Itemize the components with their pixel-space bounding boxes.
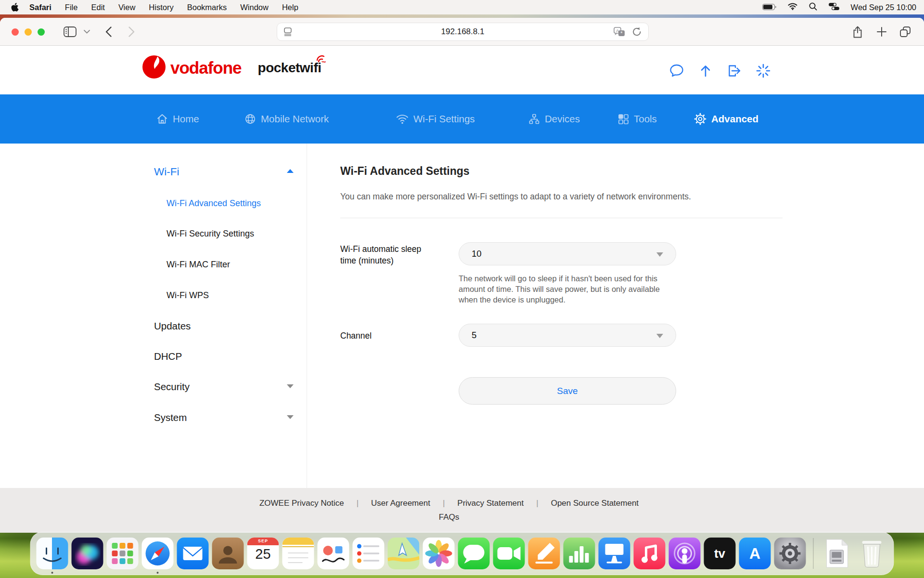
sleep-time-select[interactable]: 10 [459,242,676,265]
menubar-item-file[interactable]: File [58,3,85,12]
site-footer: ZOWEE Privacy Notice | User Agreement | … [0,488,924,533]
footer-link-privacy-notice[interactable]: ZOWEE Privacy Notice [256,499,348,508]
chevron-down-icon [656,252,663,257]
dock-podcasts-icon[interactable] [669,538,701,569]
site-header: vodafone pocketwifi™ [0,46,924,94]
control-center-icon[interactable] [829,3,839,12]
wifi-status-icon[interactable] [788,3,797,12]
tab-overview-icon[interactable] [898,18,912,46]
footer-link-privacy-statement[interactable]: Privacy Statement [453,499,527,508]
close-window-button[interactable] [12,28,19,36]
spotlight-search-icon[interactable] [809,2,817,13]
dock-reminders-icon[interactable] [353,538,385,569]
expand-arrow-icon[interactable] [287,384,294,388]
save-button[interactable]: Save [459,377,676,405]
collapse-arrow-icon[interactable] [287,169,294,173]
address-bar[interactable]: 192.168.8.1 A* [277,23,649,41]
nav-item-advanced[interactable]: Advanced [694,94,758,144]
nav-item-tools[interactable]: Tools [617,94,657,144]
dock-photos-icon[interactable] [423,538,455,569]
menubar-clock[interactable]: Wed Sep 25 10:00 [851,3,916,12]
dock-calendar-icon[interactable]: SEP 25 [247,538,279,569]
loading-spinner-icon[interactable] [756,63,771,79]
zoom-window-button[interactable] [38,28,45,36]
dock-launchpad-icon[interactable] [107,538,139,569]
battery-icon[interactable] [762,3,776,12]
dock-notes-icon[interactable] [282,538,314,569]
apple-menu-icon[interactable] [11,2,19,12]
nav-item-home[interactable]: Home [156,94,199,144]
safari-window: 192.168.8.1 A* vodafone pocketwifi™ [0,18,924,533]
dock-appstore-icon[interactable]: A [739,538,771,569]
sidebar-group-updates[interactable]: Updates [154,320,191,332]
footer-separator: | [434,499,453,508]
upload-arrow-icon[interactable] [698,63,713,79]
sidebar-item-wifi-advanced-settings[interactable]: Wi-Fi Advanced Settings [167,198,261,209]
back-button[interactable] [102,18,115,46]
sidebar-group-dhcp[interactable]: DHCP [154,351,182,362]
new-tab-icon[interactable] [875,18,888,46]
dock-tv-icon[interactable]: tv [704,538,736,569]
dock-siri-icon[interactable] [72,538,103,569]
vodafone-wordmark: vodafone [170,58,242,78]
menubar-item-window[interactable]: Window [233,3,275,12]
dock-messages-icon[interactable] [458,538,490,569]
menubar-item-history[interactable]: History [142,3,180,12]
browser-toolbar: 192.168.8.1 A* [0,18,924,46]
footer-separator: | [348,499,367,508]
nav-item-label: Home [173,113,199,125]
sidebar-group-system[interactable]: System [154,412,187,423]
menubar-item-safari[interactable]: Safari [23,3,58,12]
nav-item-wifi-settings[interactable]: Wi-Fi Settings [396,94,475,144]
dock-maps-icon[interactable] [388,538,420,569]
logout-icon[interactable] [727,63,742,79]
nav-item-mobile-network[interactable]: Mobile Network [244,94,329,144]
menubar-item-view[interactable]: View [112,3,142,12]
menubar-item-edit[interactable]: Edit [84,3,111,12]
dock-settings-icon[interactable] [774,538,806,569]
url-text[interactable]: 192.168.8.1 [277,27,648,37]
sleep-time-value: 10 [472,249,482,259]
macos-dock: SEP 25 tv A [30,532,894,575]
dock-facetime-icon[interactable] [493,538,525,569]
sidebar-group-wifi[interactable]: Wi-Fi [154,166,179,178]
dock-keynote-icon[interactable] [599,538,630,569]
dock-mail-icon[interactable] [177,538,209,569]
dock-pages-icon[interactable] [528,538,560,569]
channel-select[interactable]: 5 [459,324,676,347]
translate-icon[interactable]: A* [614,27,625,37]
sidebar-item-wifi-wps[interactable]: Wi-Fi WPS [167,290,209,301]
footer-link-user-agreement[interactable]: User Agreement [367,499,434,508]
nav-item-label: Tools [634,113,657,125]
dock-numbers-icon[interactable] [564,538,595,569]
svg-text:*: * [620,30,623,36]
footer-link-open-source[interactable]: Open Source Statement [547,499,642,508]
dock-safari-icon[interactable] [142,538,174,569]
nav-item-devices[interactable]: Devices [528,94,580,144]
message-bubble-icon[interactable] [669,63,684,79]
page-title: Wi-Fi Advanced Settings [340,165,470,178]
dock-trash-icon[interactable] [856,538,888,569]
sidebar-toggle-icon[interactable] [62,18,78,46]
share-icon[interactable] [851,18,864,46]
footer-link-faqs[interactable]: FAQs [0,512,924,522]
sidebar-item-wifi-mac-filter[interactable]: Wi-Fi MAC Filter [167,260,230,270]
sidebar-group-security[interactable]: Security [154,381,190,393]
pocket-text: pocket [258,60,300,75]
home-icon [156,113,168,125]
dock-finder-icon[interactable] [37,538,68,569]
menubar-item-help[interactable]: Help [275,3,305,12]
dock-freeform-icon[interactable] [318,538,349,569]
brand-logo: vodafone pocketwifi™ [141,54,326,81]
minimize-window-button[interactable] [25,28,32,36]
forward-button[interactable] [125,18,138,46]
channel-label: Channel [340,330,436,342]
sidebar-chevron-down-icon[interactable] [82,18,91,46]
expand-arrow-icon[interactable] [287,415,294,419]
dock-music-icon[interactable] [634,538,666,569]
dock-contacts-icon[interactable] [212,538,244,569]
menubar-item-bookmarks[interactable]: Bookmarks [180,3,234,12]
dock-installer-file-icon[interactable] [821,538,853,569]
sidebar-item-wifi-security-settings[interactable]: Wi-Fi Security Settings [167,229,254,239]
reload-icon[interactable] [632,27,642,37]
